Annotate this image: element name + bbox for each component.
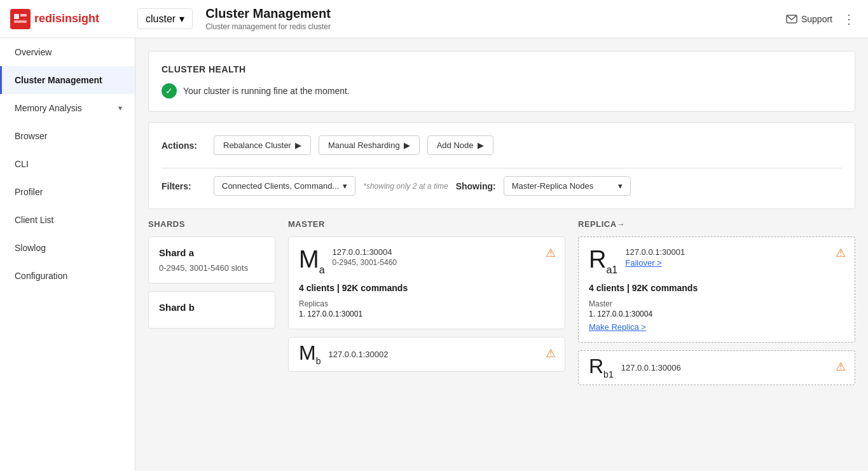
health-status-row: ✓ Your cluster is running fine at the mo… [162, 83, 842, 99]
chevron-down-icon: ▾ [118, 104, 122, 113]
master-column: MASTER ⚠ Ma 127.0.0.1:30004 0-2945, 3001… [288, 219, 565, 379]
topbar-actions: Support ⋮ [786, 9, 858, 29]
replicas-list: 1. 127.0.0.1:30001 [299, 310, 555, 318]
showing-select[interactable]: Master-Replica Nodes ▾ [504, 176, 631, 196]
main-layout: Overview Cluster Management Memory Analy… [0, 38, 868, 471]
node-ip: 127.0.0.1:30002 [328, 350, 555, 359]
svg-rect-3 [14, 20, 27, 23]
logo-text: redisinsight [34, 12, 99, 25]
sidebar-item-slowlog[interactable]: Slowlog [0, 234, 135, 262]
master-header: MASTER [288, 219, 565, 229]
chevron-down-icon: ▾ [343, 181, 347, 191]
node-info: 127.0.0.1:30006 [621, 363, 844, 372]
actions-label: Actions: [162, 140, 206, 151]
showing-hint: *showing only 2 at a time [363, 182, 448, 191]
svg-rect-0 [10, 9, 31, 29]
chevron-down-icon: ▾ [179, 13, 184, 25]
shards-header: SHARDS [148, 219, 275, 229]
replica-column: REPLICA→ ⚠ Ra1 127.0.0.1:30001 Failover … [578, 219, 855, 393]
node-letter: Ra1 [589, 247, 617, 275]
node-letter: Ma [299, 247, 325, 275]
sidebar-item-cluster-management[interactable]: Cluster Management [0, 66, 135, 94]
sidebar-item-cli[interactable]: CLI [0, 150, 135, 178]
replica-node-card-a: ⚠ Ra1 127.0.0.1:30001 Failover > 4 clien… [578, 236, 855, 343]
manual-resharding-button[interactable]: Manual Resharding ▶ [319, 135, 420, 155]
play-icon: ▶ [404, 140, 410, 150]
node-footer: Replicas 1. 127.0.0.1:30001 [299, 299, 555, 318]
health-status-text: Your cluster is running fine at the mome… [183, 86, 350, 96]
sidebar-item-configuration[interactable]: Configuration [0, 262, 135, 290]
node-stats: 4 clients | 92K commands [299, 283, 555, 293]
filters-select[interactable]: Connected Clients, Command... ▾ [214, 176, 355, 196]
cluster-selector[interactable]: cluster ▾ [137, 8, 193, 29]
add-node-button[interactable]: Add Node ▶ [427, 135, 493, 155]
warning-icon: ⚠ [836, 360, 846, 374]
cluster-selector-label: cluster [146, 13, 176, 25]
master-node-card-b: ⚠ Mb 127.0.0.1:30002 [288, 337, 565, 372]
support-button[interactable]: Support [786, 14, 832, 24]
svg-rect-1 [14, 14, 19, 19]
node-letter: Mb [299, 343, 320, 365]
actions-row: Actions: Rebalance Cluster ▶ Manual Resh… [162, 135, 842, 155]
chevron-down-icon: ▾ [618, 181, 623, 191]
shard-slots: 0-2945, 3001-5460 slots [159, 263, 265, 273]
sidebar: Overview Cluster Management Memory Analy… [0, 38, 135, 471]
topbar: redisinsight cluster ▾ Cluster Managemen… [0, 0, 868, 38]
master-node-card-a: ⚠ Ma 127.0.0.1:30004 0-2945, 3001-5460 4… [288, 236, 565, 329]
mail-icon [786, 15, 797, 24]
play-icon: ▶ [295, 140, 301, 150]
node-footer: Master 1. 127.0.0.1:30004 Make Replica > [589, 299, 844, 332]
more-options-button[interactable]: ⋮ [840, 9, 858, 29]
node-slots: 0-2945, 3001-5460 [333, 258, 555, 267]
node-info: 127.0.0.1:30002 [328, 350, 555, 359]
page-header: Cluster Management Cluster management fo… [205, 6, 786, 31]
node-ip: 127.0.0.1:30004 [333, 247, 555, 257]
sidebar-item-memory-analysis[interactable]: Memory Analysis ▾ [0, 94, 135, 122]
make-replica-link[interactable]: Make Replica > [589, 322, 844, 332]
nodes-section: SHARDS Shard a 0-2945, 3001-5460 slots S… [148, 219, 855, 393]
filters-label: Filters: [162, 181, 206, 191]
logo: redisinsight [10, 9, 137, 29]
showing-label: Showing: [456, 181, 496, 191]
replica-node-card-b: ⚠ Rb1 127.0.0.1:30006 [578, 350, 855, 385]
master-list: 1. 127.0.0.1:30004 [589, 310, 844, 318]
play-icon: ▶ [478, 140, 484, 150]
warning-icon: ⚠ [546, 346, 556, 360]
cluster-health-card: CLUSTER HEALTH ✓ Your cluster is running… [148, 51, 855, 112]
node-stats: 4 clients | 92K commands [589, 283, 844, 293]
redis-logo-icon [10, 9, 31, 29]
node-ip: 127.0.0.1:30001 [625, 247, 844, 257]
shard-name: Shard a [159, 247, 265, 258]
shard-name: Shard b [159, 302, 265, 313]
node-info: 127.0.0.1:30001 Failover > [625, 247, 844, 268]
replica-header: REPLICA→ [578, 219, 855, 229]
page-subtitle: Cluster management for redis cluster [205, 22, 786, 31]
filters-row: Filters: Connected Clients, Command... ▾… [162, 176, 842, 196]
master-label: Master [589, 299, 844, 308]
warning-icon: ⚠ [836, 246, 846, 260]
divider [162, 168, 842, 168]
node-top: Ma 127.0.0.1:30004 0-2945, 3001-5460 [299, 247, 555, 275]
warning-icon: ⚠ [546, 246, 556, 260]
main-content: CLUSTER HEALTH ✓ Your cluster is running… [135, 38, 868, 471]
actions-filters-card: Actions: Rebalance Cluster ▶ Manual Resh… [148, 122, 855, 209]
sidebar-item-client-list[interactable]: Client List [0, 206, 135, 234]
svg-rect-2 [20, 14, 27, 17]
sidebar-item-profiler[interactable]: Profiler [0, 178, 135, 206]
shard-card-b: Shard b [148, 291, 275, 329]
node-ip: 127.0.0.1:30006 [621, 363, 844, 372]
shard-card-a: Shard a 0-2945, 3001-5460 slots [148, 236, 275, 283]
sidebar-item-overview[interactable]: Overview [0, 38, 135, 66]
shards-column: SHARDS Shard a 0-2945, 3001-5460 slots S… [148, 219, 275, 329]
health-check-icon: ✓ [162, 83, 177, 99]
cluster-health-title: CLUSTER HEALTH [162, 64, 842, 74]
failover-link[interactable]: Failover > [625, 258, 661, 268]
rebalance-cluster-button[interactable]: Rebalance Cluster ▶ [214, 135, 311, 155]
page-title: Cluster Management [205, 6, 786, 21]
sidebar-item-browser[interactable]: Browser [0, 122, 135, 150]
node-info: 127.0.0.1:30004 0-2945, 3001-5460 [333, 247, 555, 267]
replicas-label: Replicas [299, 299, 555, 308]
node-top: Ra1 127.0.0.1:30001 Failover > [589, 247, 844, 275]
node-letter: Rb1 [589, 356, 614, 379]
